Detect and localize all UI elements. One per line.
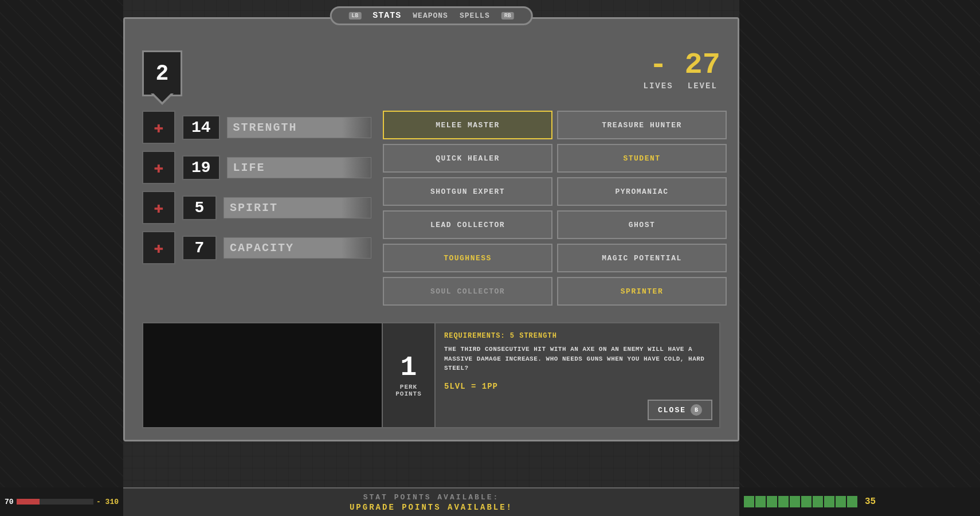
ammo-cell — [813, 496, 823, 507]
panel-inner: LB STATS WEAPONS SPELLS RB 2 - LIVES 27 … — [125, 19, 738, 440]
level-block: 27 LEVEL — [685, 50, 720, 91]
strength-icon: ✚ — [142, 111, 175, 144]
perk-student[interactable]: STUDENT — [557, 144, 727, 173]
bg-right-panel — [739, 0, 980, 516]
ammo-cell — [847, 496, 857, 507]
ammo-count: 35 — [865, 497, 876, 507]
strength-value: 14 — [191, 119, 211, 136]
perk-pyromaniac[interactable]: PYROMANIAC — [557, 177, 727, 206]
nav-bar: LB STATS WEAPONS SPELLS RB — [330, 6, 532, 25]
perk-points-label: PERKPOINTS — [395, 384, 422, 397]
bottom-section: 1 PERKPOINTS REQUIREMENTS: 5 STRENGTH TH… — [142, 322, 720, 428]
perk-soul-collector-label: SOUL COLLECTOR — [430, 287, 505, 296]
life-value-box: 19 — [182, 155, 220, 180]
level-value: 27 — [685, 50, 720, 80]
cross-symbol-3: ✚ — [154, 198, 164, 217]
close-badge: B — [691, 404, 702, 416]
ammo-cell — [836, 496, 846, 507]
perk-sprinter[interactable]: SPRINTER — [557, 277, 727, 306]
char-level-badge: 2 — [142, 50, 182, 96]
ammo-display — [744, 496, 857, 507]
perk-magic-potential-label: MAGIC POTENTIAL — [602, 254, 682, 263]
nav-spells[interactable]: SPELLS — [460, 11, 490, 20]
ammo-cell — [790, 496, 800, 507]
perk-requirements: REQUIREMENTS: 5 STRENGTH — [444, 332, 711, 340]
strength-value-box: 14 — [182, 115, 220, 140]
bottom-text-line1: STAT POINTS AVAILABLE: — [363, 493, 500, 502]
capacity-value: 7 — [195, 239, 205, 257]
level-label: LEVEL — [685, 81, 720, 91]
perk-ghost[interactable]: GHOST — [557, 210, 727, 239]
perk-shotgun-expert[interactable]: SHOTGUN EXPERT — [383, 177, 552, 206]
strength-row: ✚ 14 STRENGTH — [142, 111, 371, 144]
strength-name: STRENGTH — [227, 117, 371, 138]
rb-badge[interactable]: RB — [501, 12, 514, 19]
ammo-cell — [767, 496, 777, 507]
perks-section: MELEE MASTER TREASURE HUNTER QUICK HEALE… — [383, 111, 727, 306]
capacity-value-box: 7 — [182, 236, 217, 260]
hud-bar-left: 70 - 310 — [0, 487, 123, 516]
perk-ghost-label: GHOST — [629, 221, 656, 229]
perk-cost: 5LVL = 1PP — [444, 382, 711, 391]
perk-melee-master[interactable]: MELEE MASTER — [383, 111, 552, 139]
perk-soul-collector[interactable]: SOUL COLLECTOR — [383, 277, 552, 306]
lb-badge[interactable]: LB — [348, 12, 361, 19]
life-value: 19 — [191, 159, 211, 177]
cross-symbol-2: ✚ — [154, 158, 164, 177]
perk-points-value: 1 — [401, 354, 417, 381]
cross-symbol-4: ✚ — [154, 238, 164, 257]
perk-lead-collector[interactable]: LEAD COLLECTOR — [383, 210, 552, 239]
life-name: LIFE — [227, 157, 371, 178]
perk-melee-master-label: MELEE MASTER — [436, 121, 500, 130]
ammo-cell — [778, 496, 789, 507]
close-label: CLOSE — [658, 406, 686, 415]
hud-bar-right: 35 — [739, 487, 980, 516]
ammo-cell — [755, 496, 766, 507]
perk-toughness-label: TOUGHNESS — [444, 254, 492, 263]
perk-sprinter-label: SPRINTER — [621, 287, 663, 296]
preview-area — [142, 322, 383, 428]
perk-treasure-hunter[interactable]: TREASURE HUNTER — [557, 111, 727, 139]
perk-magic-potential[interactable]: MAGIC POTENTIAL — [557, 244, 727, 272]
perk-shotgun-expert-label: SHOTGUN EXPERT — [430, 187, 505, 196]
perk-treasure-hunter-label: TREASURE HUNTER — [602, 121, 682, 130]
perk-toughness[interactable]: TOUGHNESS — [383, 244, 552, 272]
badge-arrow-inner — [154, 93, 171, 102]
bottom-text-line2: UPGRADE POINTS AVAILABLE! — [350, 503, 513, 512]
main-panel: LB STATS WEAPONS SPELLS RB 2 - LIVES 27 … — [123, 17, 739, 441]
spirit-icon: ✚ — [142, 191, 175, 224]
spirit-value-box: 5 — [182, 196, 217, 220]
lives-label: LIVES — [644, 81, 673, 91]
ammo-cell — [801, 496, 812, 507]
ammo-cell — [744, 496, 754, 507]
stats-section: ✚ 14 STRENGTH ✚ 19 LIFE ✚ — [142, 111, 371, 271]
capacity-row: ✚ 7 CAPACITY — [142, 231, 371, 264]
lives-level-area: - LIVES 27 LEVEL — [644, 50, 720, 91]
health-bar-container — [17, 499, 93, 505]
bottom-bar: STAT POINTS AVAILABLE: UPGRADE POINTS AV… — [123, 487, 739, 516]
capacity-name: CAPACITY — [224, 237, 371, 259]
bg-left-panel — [0, 0, 123, 516]
perk-lead-collector-label: LEAD COLLECTOR — [430, 221, 505, 229]
perk-description: THE THIRD CONSECUTIVE HIT WITH AN AXE ON… — [444, 345, 711, 373]
perk-info-box: REQUIREMENTS: 5 STRENGTH THE THIRD CONSE… — [434, 322, 720, 428]
perk-quick-healer[interactable]: QUICK HEALER — [383, 144, 552, 173]
perks-grid: MELEE MASTER TREASURE HUNTER QUICK HEALE… — [383, 111, 727, 306]
capacity-icon: ✚ — [142, 231, 175, 264]
nav-weapons[interactable]: WEAPONS — [413, 11, 448, 20]
hud-coins: - 310 — [96, 498, 119, 506]
spirit-value: 5 — [195, 199, 205, 217]
lives-block: - LIVES — [644, 50, 673, 91]
cross-symbol: ✚ — [154, 118, 164, 137]
perk-pyromaniac-label: PYROMANIAC — [615, 187, 668, 196]
perk-points-box: 1 PERKPOINTS — [383, 322, 434, 428]
life-icon: ✚ — [142, 151, 175, 184]
health-bar — [17, 499, 40, 505]
perk-quick-healer-label: QUICK HEALER — [436, 154, 500, 163]
nav-stats[interactable]: STATS — [373, 11, 401, 21]
close-button[interactable]: CLOSE B — [648, 400, 712, 420]
char-level-number: 2 — [156, 61, 169, 86]
life-row: ✚ 19 LIFE — [142, 151, 371, 184]
hud-lives: 70 — [5, 498, 14, 506]
spirit-name: SPIRIT — [224, 197, 371, 218]
